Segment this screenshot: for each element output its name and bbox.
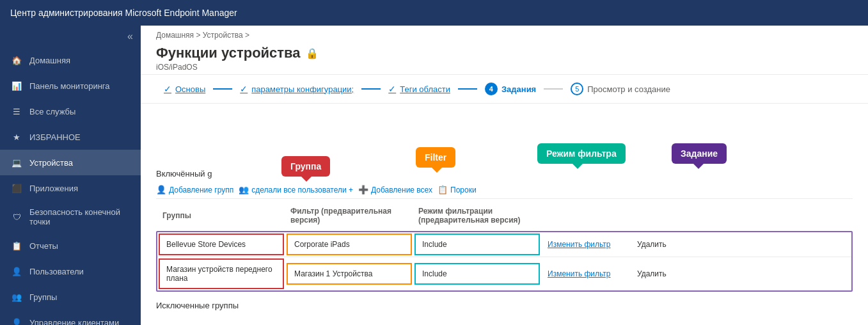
add-devices-icon: ➕ <box>358 185 368 194</box>
row2-group: Магазин устройств переднего плана <box>159 258 284 289</box>
sidebar-item-clients-label: Управление клиентами <box>29 318 119 326</box>
step-num-assignments: 4 <box>485 83 498 95</box>
wizard-sep-4 <box>544 88 563 90</box>
sidebar-item-users[interactable]: 👤 Пользователи <box>0 258 141 284</box>
page-subtitle: iOS/iPadOS <box>156 63 853 72</box>
assignment-area: Группа Filter Режим фильтра Задание Вклю… <box>141 104 868 325</box>
wizard-sep-3 <box>458 88 477 90</box>
sidebar-item-devices-label: Устройства <box>29 158 73 168</box>
reports-icon: 📋 <box>10 239 23 252</box>
sidebar-item-favorites-label: ИЗБРАННОЕ <box>29 132 81 142</box>
included-groups-table: Bellevue Store Devices Corporate iPads I… <box>156 231 853 292</box>
table-row: Магазин устройств переднего плана Магази… <box>157 257 851 290</box>
add-all-devices-button[interactable]: ➕ Добавление всех <box>358 185 432 194</box>
users-icon: 👤 <box>10 265 23 278</box>
breadcrumb: Домашняя > Устройства > <box>141 26 868 42</box>
page-title: Функции устройства 🔒 <box>156 45 853 61</box>
row1-group: Bellevue Store Devices <box>159 234 284 255</box>
row2-delete-button[interactable]: Удалить <box>637 269 667 278</box>
topbar-title: Центр администрирования Microsoft Endpoi… <box>10 8 237 18</box>
row2-edit-cell: Изменить фильтр <box>541 264 631 283</box>
add-person-icon: 👤 <box>156 185 166 194</box>
sidebar-item-services[interactable]: ☰ Все службы <box>0 99 141 124</box>
sidebar-item-reports-label: Отчеты <box>29 241 58 251</box>
monitoring-icon: 📊 <box>10 79 23 92</box>
add-groups-button[interactable]: 👤 Добавление групп <box>156 185 233 194</box>
table-row: Bellevue Store Devices Corporate iPads I… <box>157 232 851 257</box>
sidebar-item-devices[interactable]: 💻 Устройства <box>0 150 141 175</box>
step-num-review: 5 <box>571 83 583 95</box>
row2-filter: Магазин 1 Устройства <box>287 263 412 285</box>
row2-filter-mode: Include <box>414 263 540 285</box>
lock-icon: 🔒 <box>306 47 319 59</box>
wizard-step-assignments-label: Задания <box>501 84 536 94</box>
sidebar-item-favorites[interactable]: ★ ИЗБРАННОЕ <box>0 124 141 150</box>
shield-icon: 🛡 <box>10 210 23 223</box>
sidebar-item-clients[interactable]: 👤 Управление клиентами <box>0 310 141 325</box>
wizard-step-basics[interactable]: ✓ Основы <box>156 84 213 94</box>
wizard-step-basics-label: Основы <box>175 84 205 94</box>
check-icon-scope: ✓ <box>388 84 396 94</box>
sidebar-item-users-label: Пользователи <box>29 267 84 276</box>
topbar: Центр администрирования Microsoft Endpoi… <box>0 0 868 26</box>
content-area: Домашняя > Устройства > Функции устройст… <box>141 26 868 325</box>
sidebar-item-monitoring[interactable]: 📊 Панель мониторинга <box>0 73 141 99</box>
add-all-users-icon: 👥 <box>239 185 249 194</box>
sidebar-item-groups-label: Группы <box>29 292 57 302</box>
sidebar-item-reports[interactable]: 📋 Отчеты <box>0 233 141 258</box>
add-group-row: 👤 Добавление групп 👥 сделали все пользов… <box>156 181 853 199</box>
sidebar-item-security[interactable]: 🛡 Безопасность конечной точки <box>0 201 141 233</box>
sidebar-item-apps[interactable]: ⬛ Приложения <box>0 175 141 201</box>
callout-filter: Filter <box>416 147 455 168</box>
callout-assignment: Задание <box>672 143 727 164</box>
included-groups-label: Включённый g <box>156 169 212 178</box>
page-title-area: Функции устройства 🔒 iOS/iPadOS <box>141 42 868 75</box>
thresholds-icon: 📋 <box>438 185 448 194</box>
row1-edit-button[interactable]: Изменить фильтр <box>548 240 611 249</box>
check-icon-basics: ✓ <box>164 84 171 94</box>
sidebar-item-apps-label: Приложения <box>29 184 78 193</box>
sidebar-item-home-label: Домашняя <box>29 56 70 65</box>
groups-icon: 👥 <box>10 290 23 303</box>
check-icon-config: ✓ <box>240 84 248 94</box>
wizard-step-scope[interactable]: ✓ Теги области <box>381 84 458 94</box>
row1-delete-button[interactable]: Удалить <box>637 240 667 249</box>
sidebar-item-groups[interactable]: 👥 Группы <box>0 284 141 310</box>
callout-group: Группа <box>281 156 330 177</box>
sidebar-collapse-button[interactable]: « <box>0 26 141 47</box>
services-icon: ☰ <box>10 105 23 118</box>
wizard-step-review[interactable]: 5 Просмотр и создание <box>563 83 678 95</box>
sidebar-item-services-label: Все службы <box>29 107 75 116</box>
wizard-step-assignments[interactable]: 4 Задания <box>477 83 544 95</box>
clients-icon: 👤 <box>10 316 23 325</box>
row1-filter-mode: Include <box>414 234 540 255</box>
breadcrumb-text: Домашняя > Устройства > <box>156 31 249 40</box>
row1-filter: Corporate iPads <box>287 234 412 255</box>
wizard-steps: ✓ Основы ✓ параметры конфигурации; ✓ Тег… <box>141 75 868 104</box>
add-thresholds-button[interactable]: 📋 Пороки <box>438 185 477 194</box>
wizard-sep-1 <box>213 88 232 90</box>
row2-edit-button[interactable]: Изменить фильтр <box>548 269 611 278</box>
callout-filter-mode: Режим фильтра <box>537 143 626 164</box>
wizard-step-review-label: Просмотр и создание <box>587 84 670 94</box>
sidebar-item-monitoring-label: Панель мониторинга <box>29 81 110 91</box>
col-header-filter-mode: Режим фильтрации (предварительная версия… <box>412 204 540 227</box>
col-header-delete <box>629 213 681 218</box>
wizard-step-config[interactable]: ✓ параметры конфигурации; <box>232 84 361 94</box>
row1-delete-cell: Удалить <box>631 235 682 254</box>
col-header-edit <box>540 213 629 218</box>
wizard-step-scope-label: Теги области <box>400 84 450 94</box>
row1-edit-cell: Изменить фильтр <box>541 235 631 254</box>
sidebar-item-security-label: Безопасность конечной точки <box>29 207 130 226</box>
col-header-filter: Фильтр (предварительная версия) <box>284 204 412 227</box>
col-header-groups: Группы <box>156 209 284 223</box>
favorites-icon: ★ <box>10 131 23 143</box>
add-all-users-button[interactable]: 👥 сделали все пользователи + <box>239 185 353 194</box>
home-icon: 🏠 <box>10 54 23 67</box>
wizard-sep-2 <box>361 88 381 90</box>
wizard-step-config-label: параметры конфигурации; <box>251 84 354 94</box>
sidebar-item-home[interactable]: 🏠 Домашняя <box>0 47 141 73</box>
column-headers: Группы Фильтр (предварительная версия) Р… <box>156 203 853 228</box>
sidebar: « 🏠 Домашняя 📊 Панель мониторинга ☰ Все … <box>0 26 141 325</box>
row2-delete-cell: Удалить <box>631 264 682 283</box>
